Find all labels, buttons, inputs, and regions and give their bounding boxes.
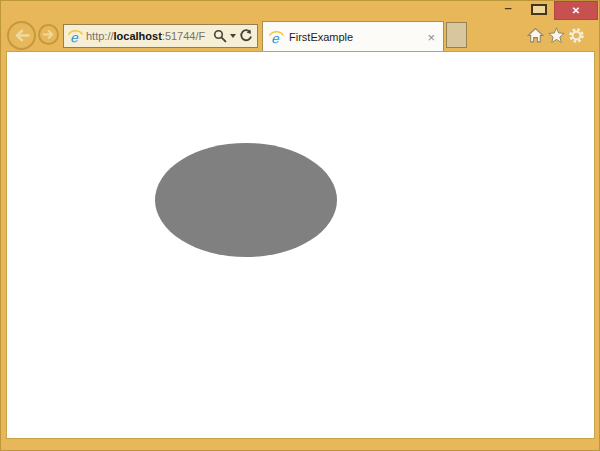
forward-button[interactable] <box>38 24 59 45</box>
tab-firstexample[interactable]: e FirstExample × <box>262 21 444 52</box>
gear-icon <box>568 27 585 44</box>
address-bar[interactable]: e http://localhost:51744/F <box>63 24 258 48</box>
back-button[interactable] <box>7 21 36 50</box>
url-host: localhost <box>114 30 162 42</box>
ie-favicon-icon: e <box>269 30 284 45</box>
home-button[interactable] <box>527 27 544 44</box>
tab-close-icon[interactable]: × <box>425 31 437 44</box>
search-icon[interactable] <box>213 29 227 43</box>
ie-favicon-icon: e <box>68 29 83 44</box>
forward-arrow-icon <box>43 30 54 39</box>
address-dropdown-icon[interactable] <box>230 34 236 38</box>
minimize-button[interactable]: – <box>494 0 522 18</box>
refresh-icon[interactable] <box>239 29 253 43</box>
title-bar[interactable]: – ✕ <box>0 0 600 20</box>
maximize-button[interactable] <box>531 4 547 15</box>
page-canvas <box>7 52 594 438</box>
page-content <box>7 52 594 438</box>
new-tab-button[interactable] <box>446 22 467 48</box>
browser-window: – ✕ e http://localhost:51744/F <box>0 0 600 451</box>
url-path: :51744/F <box>162 30 205 42</box>
url-scheme: http:// <box>86 30 114 42</box>
tab-title: FirstExample <box>289 31 420 43</box>
settings-button[interactable] <box>568 27 585 44</box>
star-icon <box>548 27 565 44</box>
home-icon <box>527 27 544 44</box>
favorites-button[interactable] <box>548 27 565 44</box>
close-button[interactable]: ✕ <box>554 1 598 20</box>
gray-ellipse <box>155 143 337 257</box>
url-text[interactable]: http://localhost:51744/F <box>86 30 210 42</box>
back-arrow-icon <box>14 29 30 42</box>
